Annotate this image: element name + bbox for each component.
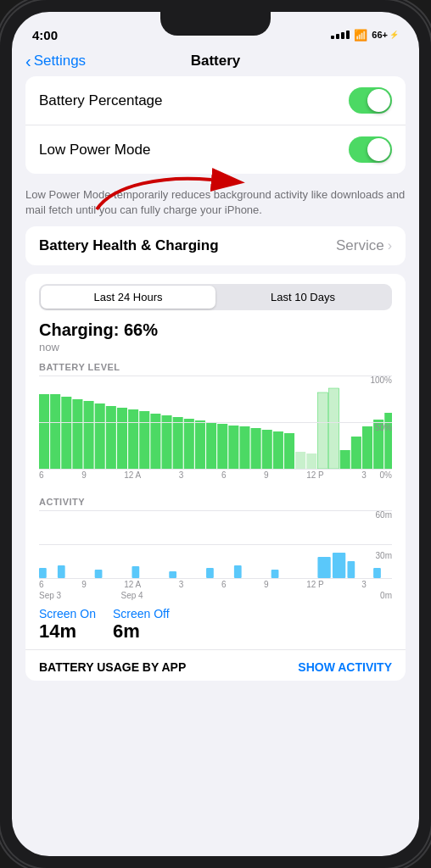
screen-on-value: 14m xyxy=(39,620,96,643)
x-label-12a: 12 A xyxy=(124,470,141,480)
activity-label: ACTIVITY xyxy=(25,497,406,510)
battery-toggles-section: Battery Percentage Low Power Mode xyxy=(25,76,406,174)
svg-rect-6 xyxy=(95,403,105,469)
y-act-0: 0m xyxy=(370,591,392,600)
svg-rect-29 xyxy=(351,437,361,469)
health-right: Service › xyxy=(336,237,392,254)
charging-sub: now xyxy=(39,341,392,353)
battery-percentage-row: Battery Percentage xyxy=(25,76,406,125)
screen-off-value: 6m xyxy=(113,620,170,643)
x-label-6a: 6 xyxy=(39,470,44,480)
x-label-9p: 9 xyxy=(264,470,269,480)
activity-y-labels: 60m 30m 0m xyxy=(367,510,392,600)
date-empty4 xyxy=(243,591,284,600)
low-power-mode-toggle[interactable] xyxy=(349,136,392,163)
x-label-3a: 3 xyxy=(179,470,184,480)
chevron-right-icon: › xyxy=(388,238,392,253)
date-sep3: Sep 3 xyxy=(39,591,80,600)
charging-info: Charging: 66% now xyxy=(25,317,406,355)
x-act-12a: 12 A xyxy=(124,580,141,589)
svg-rect-35 xyxy=(95,570,103,578)
svg-rect-7 xyxy=(106,406,116,469)
x-act-3a: 3 xyxy=(179,580,184,589)
health-label: Battery Health & Charging xyxy=(39,237,219,254)
x-act-9p: 9 xyxy=(264,580,269,589)
page-title: Battery xyxy=(191,53,241,70)
svg-rect-23 xyxy=(284,433,294,469)
screen-off-label: Screen Off xyxy=(113,607,170,620)
notch xyxy=(160,12,271,36)
svg-rect-19 xyxy=(239,426,249,469)
svg-rect-1 xyxy=(39,394,49,469)
activity-chart-section: ACTIVITY xyxy=(25,490,406,600)
svg-rect-33 xyxy=(39,568,47,578)
date-empty1 xyxy=(80,591,120,600)
toggle-knob-2 xyxy=(367,138,390,161)
svg-rect-28 xyxy=(340,450,350,469)
back-chevron-icon: ‹ xyxy=(25,53,31,70)
svg-rect-14 xyxy=(184,419,194,469)
y-act-30: 30m xyxy=(370,551,392,560)
svg-rect-22 xyxy=(273,431,283,469)
battery-usage-label: BATTERY USAGE BY APP xyxy=(39,660,186,674)
battery-x-labels: 6 9 12 A 3 6 9 12 P 3 xyxy=(39,469,367,480)
date-empty6 xyxy=(326,591,367,600)
y-label-100: 100% xyxy=(370,376,392,385)
screen-on-label: Screen On xyxy=(39,607,96,620)
svg-rect-15 xyxy=(195,420,205,469)
battery-health-row[interactable]: Battery Health & Charging Service › xyxy=(25,226,406,265)
health-value: Service xyxy=(336,237,384,254)
svg-rect-20 xyxy=(251,428,261,469)
svg-rect-41 xyxy=(317,557,330,578)
status-time: 4:00 xyxy=(32,28,58,42)
svg-rect-12 xyxy=(162,415,172,469)
screen-on-stat: Screen On 14m xyxy=(39,607,96,643)
activity-bar-chart xyxy=(39,510,392,578)
battery-level-chart-area: 100% 50% 0% 6 9 12 A 3 6 9 12 xyxy=(39,376,392,480)
battery-chart-section: Last 24 Hours Last 10 Days Charging: 66%… xyxy=(25,274,406,681)
svg-rect-25 xyxy=(306,453,316,469)
svg-rect-18 xyxy=(228,426,238,469)
svg-rect-21 xyxy=(262,430,272,469)
battery-health-section: Battery Health & Charging Service › xyxy=(25,226,406,265)
svg-rect-16 xyxy=(206,422,216,469)
x-act-12p: 12 P xyxy=(306,580,324,589)
time-option-24h[interactable]: Last 24 Hours xyxy=(41,286,216,309)
x-act-6a: 6 xyxy=(39,580,44,589)
battery-percent: 66+ xyxy=(372,30,388,40)
svg-rect-42 xyxy=(333,553,345,578)
svg-rect-8 xyxy=(117,408,127,469)
back-label: Settings xyxy=(34,53,86,70)
lightning-icon: ⚡ xyxy=(389,31,399,39)
svg-rect-9 xyxy=(128,409,138,469)
svg-rect-2 xyxy=(50,394,60,469)
svg-rect-13 xyxy=(173,417,183,469)
battery-percentage-toggle[interactable] xyxy=(349,87,392,114)
svg-rect-10 xyxy=(139,411,149,469)
battery-level-chart-section: BATTERY LEVEL xyxy=(25,355,406,480)
svg-rect-17 xyxy=(217,424,227,469)
back-button[interactable]: ‹ Settings xyxy=(25,53,86,70)
battery-bar-chart xyxy=(39,376,392,469)
toggle-knob xyxy=(367,89,390,112)
x-act-9a: 9 xyxy=(81,580,87,589)
battery-y-labels: 100% 50% 0% xyxy=(367,376,392,480)
battery-usage-bar: BATTERY USAGE BY APP SHOW ACTIVITY xyxy=(25,649,406,674)
low-power-mode-row: Low Power Mode xyxy=(25,125,406,174)
svg-rect-3 xyxy=(61,397,71,469)
screen-off-stat: Screen Off 6m xyxy=(113,607,170,643)
battery-status-indicator: 66+ ⚡ xyxy=(372,30,399,40)
time-option-10d[interactable]: Last 10 Days xyxy=(216,286,390,309)
x-act-6p: 6 xyxy=(221,580,227,589)
y-label-50: 50% xyxy=(370,423,392,432)
scroll-content: Battery Percentage Low Power Mode Low Po… xyxy=(12,76,419,844)
show-activity-button[interactable]: SHOW ACTIVITY xyxy=(298,660,392,674)
activity-chart-area: 60m 30m 0m 6 9 12 A 3 6 9 12 xyxy=(39,510,392,600)
low-power-mode-label: Low Power Mode xyxy=(39,142,150,159)
date-labels: Sep 3 Sep 4 xyxy=(39,589,367,600)
date-empty3 xyxy=(203,591,243,600)
y-label-0: 0% xyxy=(370,470,392,480)
time-range-picker[interactable]: Last 24 Hours Last 10 Days xyxy=(39,284,392,310)
x-label-6p: 6 xyxy=(221,470,227,480)
svg-rect-36 xyxy=(132,566,139,578)
